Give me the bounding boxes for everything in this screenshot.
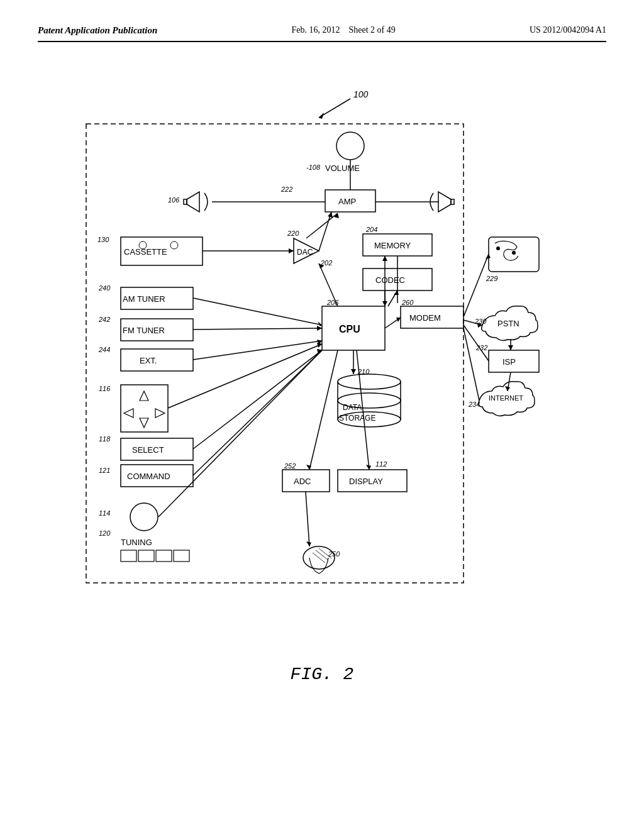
svg-text:234: 234 [468, 401, 480, 408]
figure-caption: FIG. 2 [38, 665, 606, 684]
svg-line-140 [464, 328, 479, 401]
svg-marker-139 [505, 386, 510, 391]
svg-text:CASSETTE: CASSETTE [124, 247, 167, 257]
svg-line-52 [193, 328, 322, 329]
svg-marker-66 [124, 409, 133, 418]
svg-line-124 [464, 254, 489, 317]
svg-text:230: 230 [474, 318, 487, 325]
svg-rect-86 [138, 550, 154, 562]
svg-point-91 [338, 374, 401, 389]
svg-rect-88 [174, 550, 189, 562]
svg-rect-54 [121, 349, 193, 371]
svg-text:204: 204 [365, 226, 377, 233]
page: Patent Application Publication Feb. 16, … [0, 0, 644, 830]
svg-line-115 [316, 550, 328, 560]
svg-rect-3 [86, 124, 464, 583]
svg-text:118: 118 [99, 435, 111, 443]
svg-text:SELECT: SELECT [132, 445, 164, 455]
svg-text:242: 242 [98, 316, 110, 323]
svg-text:244: 244 [98, 346, 110, 353]
svg-text:EXT.: EXT. [140, 356, 157, 365]
svg-marker-119 [306, 541, 311, 546]
svg-marker-24 [289, 248, 294, 253]
svg-text:250: 250 [328, 550, 340, 558]
svg-text:DATA: DATA [343, 403, 362, 412]
svg-line-47 [193, 298, 322, 325]
svg-marker-1 [319, 113, 324, 119]
svg-marker-134 [508, 345, 513, 350]
svg-line-145 [319, 212, 331, 251]
svg-text:116: 116 [99, 385, 111, 392]
svg-text:PSTN: PSTN [497, 319, 519, 328]
svg-point-121 [496, 246, 500, 250]
svg-text:AMP: AMP [338, 197, 356, 206]
svg-text:114: 114 [99, 509, 110, 517]
svg-line-57 [193, 341, 322, 360]
svg-line-114 [313, 553, 325, 563]
svg-marker-68 [140, 418, 148, 428]
svg-text:DAC: DAC [297, 248, 313, 257]
svg-marker-71 [317, 343, 322, 348]
svg-line-28 [306, 213, 338, 238]
diagram-container: 100 VOLUME -108 AMP 222 106 [38, 80, 606, 646]
svg-rect-87 [156, 550, 172, 562]
svg-line-75 [193, 350, 322, 449]
svg-text:CPU: CPU [339, 324, 360, 335]
svg-text:220: 220 [287, 230, 299, 237]
svg-line-118 [306, 492, 309, 546]
svg-text:112: 112 [375, 460, 387, 468]
svg-text:120: 120 [99, 529, 111, 537]
svg-text:ISP: ISP [502, 357, 516, 367]
svg-text:MEMORY: MEMORY [374, 241, 411, 250]
svg-text:STORAGE: STORAGE [339, 414, 375, 423]
svg-marker-53 [317, 326, 322, 331]
svg-text:ADC: ADC [294, 477, 311, 486]
svg-marker-112 [366, 465, 371, 470]
svg-marker-146 [328, 212, 333, 218]
header-date: Feb. 16, 2012 [291, 25, 340, 35]
svg-text:TUNING: TUNING [121, 538, 152, 547]
svg-marker-12 [184, 199, 187, 204]
svg-marker-144 [394, 290, 399, 295]
svg-marker-15 [438, 192, 451, 212]
svg-marker-67 [155, 409, 165, 418]
svg-text:DISPLAY: DISPLAY [349, 477, 383, 486]
svg-text:252: 252 [284, 462, 296, 470]
svg-rect-85 [121, 550, 136, 562]
header-publication-label: Patent Application Publication [38, 25, 157, 36]
svg-line-70 [168, 344, 322, 408]
svg-text:100: 100 [353, 89, 369, 99]
svg-text:AM TUNER: AM TUNER [123, 294, 165, 304]
svg-point-81 [130, 503, 158, 531]
svg-marker-102 [351, 369, 356, 374]
svg-point-122 [512, 251, 516, 255]
header-patent-number: US 2012/0042094 A1 [530, 25, 606, 35]
svg-text:INTERNET: INTERNET [489, 394, 523, 402]
header-date-sheet: Feb. 16, 2012 Sheet 2 of 49 [291, 25, 395, 35]
svg-text:CODEC: CODEC [375, 275, 405, 285]
svg-text:VOLUME: VOLUME [325, 163, 360, 173]
svg-line-0 [319, 99, 350, 118]
svg-line-80 [193, 350, 322, 475]
svg-marker-142 [382, 256, 387, 261]
svg-text:121: 121 [99, 467, 110, 474]
svg-text:130: 130 [97, 236, 109, 243]
svg-point-4 [336, 132, 364, 160]
svg-line-106 [309, 350, 338, 470]
svg-point-21 [170, 241, 178, 249]
svg-text:240: 240 [98, 284, 111, 292]
svg-text:229: 229 [486, 275, 497, 282]
svg-marker-65 [140, 391, 148, 401]
svg-text:MODEM: MODEM [409, 313, 441, 323]
svg-text:COMMAND: COMMAND [127, 472, 170, 481]
svg-text:-108: -108 [306, 163, 321, 171]
svg-text:FM TUNER: FM TUNER [123, 326, 165, 335]
svg-marker-16 [451, 199, 454, 204]
header-sheet: Sheet 2 of 49 [348, 25, 395, 35]
svg-text:222: 222 [280, 185, 292, 193]
page-header: Patent Application Publication Feb. 16, … [38, 25, 606, 42]
svg-marker-11 [187, 192, 199, 212]
svg-text:260: 260 [401, 299, 414, 306]
figure-2-diagram: 100 VOLUME -108 AMP 222 106 [48, 80, 596, 646]
svg-line-135 [464, 325, 489, 361]
